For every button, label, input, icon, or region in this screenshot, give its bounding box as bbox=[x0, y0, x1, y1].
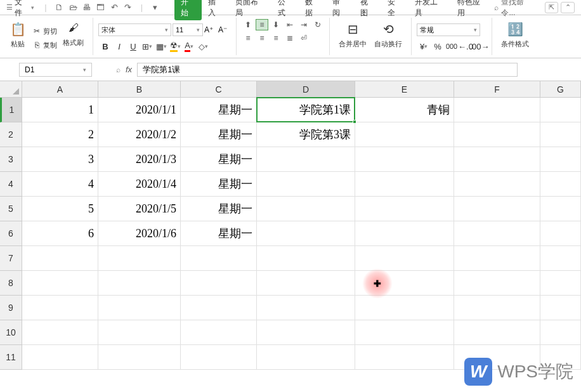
font-name-select[interactable]: 宋体▾ bbox=[98, 23, 171, 36]
col-head-C[interactable]: C bbox=[181, 81, 257, 98]
col-head-E[interactable]: E bbox=[355, 81, 454, 98]
tab-special[interactable]: 特色应用 bbox=[451, 0, 493, 20]
row-head-6[interactable]: 6 bbox=[0, 221, 22, 246]
cell-C3[interactable]: 星期一 bbox=[181, 147, 257, 172]
file-menu[interactable]: ☰ 文件 ▾ bbox=[3, 0, 38, 18]
cell-D10[interactable] bbox=[257, 320, 355, 345]
cell-A11[interactable] bbox=[22, 345, 98, 370]
cell-F8[interactable] bbox=[454, 271, 540, 296]
row-head-2[interactable]: 2 bbox=[0, 122, 22, 147]
indent-increase-button[interactable]: ⇥ bbox=[297, 19, 310, 30]
cell-C7[interactable] bbox=[181, 246, 257, 271]
col-head-D[interactable]: D bbox=[257, 81, 355, 98]
row-head-3[interactable]: 3 bbox=[0, 147, 22, 172]
cell-A2[interactable]: 2 bbox=[22, 122, 98, 147]
preview-icon[interactable]: 🗔 bbox=[95, 1, 107, 14]
cell-F4[interactable] bbox=[454, 172, 540, 197]
cell-B6[interactable]: 2020/1/6 bbox=[98, 221, 181, 246]
format-painter-button[interactable]: 🖌 格式刷 bbox=[59, 19, 88, 49]
cell-G9[interactable] bbox=[540, 296, 581, 320]
cell-E6[interactable] bbox=[355, 221, 454, 246]
cell-F3[interactable] bbox=[454, 147, 540, 172]
cell-D9[interactable] bbox=[257, 296, 355, 320]
cell-C1[interactable]: 星期一 bbox=[181, 98, 257, 122]
decrease-font-button[interactable]: A⁻ bbox=[218, 25, 231, 34]
underline-button[interactable]: U bbox=[126, 40, 140, 53]
open-icon[interactable]: 🗁 bbox=[67, 1, 79, 14]
cell-B10[interactable] bbox=[98, 320, 181, 345]
cell-E4[interactable] bbox=[355, 172, 454, 197]
tab-view[interactable]: 视图 bbox=[354, 0, 381, 20]
clear-format-button[interactable]: ◇▾ bbox=[196, 40, 210, 53]
cell-B11[interactable] bbox=[98, 345, 181, 370]
redo-icon[interactable]: ↷ bbox=[122, 1, 134, 14]
cell-G3[interactable] bbox=[540, 147, 581, 172]
cell-F2[interactable] bbox=[454, 122, 540, 147]
cell-B8[interactable] bbox=[98, 271, 181, 296]
cell-D3[interactable] bbox=[257, 147, 355, 172]
currency-button[interactable]: ¥▾ bbox=[417, 40, 431, 53]
copy-button[interactable]: ⎘复制 bbox=[30, 39, 59, 51]
cell-G1[interactable] bbox=[540, 98, 581, 122]
cell-G7[interactable] bbox=[540, 246, 581, 271]
cell-B7[interactable] bbox=[98, 246, 181, 271]
fx-lookup-icon[interactable]: ⌕ bbox=[116, 65, 121, 74]
col-head-G[interactable]: G bbox=[540, 81, 581, 98]
row-head-4[interactable]: 4 bbox=[0, 172, 22, 197]
cell-G10[interactable] bbox=[540, 320, 581, 345]
row-head-1[interactable]: 1 bbox=[0, 98, 22, 122]
cell-C9[interactable] bbox=[181, 296, 257, 320]
wrap-text-big-button[interactable]: ⟲ 自动换行 bbox=[370, 19, 406, 50]
share-icon[interactable]: ⇱ bbox=[545, 2, 559, 13]
cell-E10[interactable] bbox=[355, 320, 454, 345]
font-color-button[interactable]: A▾ bbox=[182, 40, 196, 53]
comma-button[interactable]: 000 bbox=[445, 40, 459, 53]
cell-C6[interactable]: 星期一 bbox=[181, 221, 257, 246]
increase-font-button[interactable]: A⁺ bbox=[204, 25, 217, 34]
tab-insert[interactable]: 插入 bbox=[202, 0, 229, 20]
row-head-7[interactable]: 7 bbox=[0, 246, 22, 271]
cell-F10[interactable] bbox=[454, 320, 540, 345]
cell-B1[interactable]: 2020/1/1 bbox=[98, 98, 181, 122]
align-middle-button[interactable]: ≡ bbox=[256, 19, 268, 30]
collapse-icon[interactable]: ⌃ bbox=[561, 2, 575, 13]
cell-B9[interactable] bbox=[98, 296, 181, 320]
border-button[interactable]: ⊞▾ bbox=[140, 40, 154, 53]
cell-A9[interactable] bbox=[22, 296, 98, 320]
percent-button[interactable]: % bbox=[431, 40, 445, 53]
cell-G2[interactable] bbox=[540, 122, 581, 147]
cell-C8[interactable] bbox=[181, 271, 257, 296]
cell-G6[interactable] bbox=[540, 221, 581, 246]
select-all-corner[interactable] bbox=[0, 81, 22, 98]
cell-G4[interactable] bbox=[540, 172, 581, 197]
indent-decrease-button[interactable]: ⇤ bbox=[284, 19, 296, 30]
search-area[interactable]: ⌕ 查找命令... ⇱ ⌃ bbox=[494, 0, 578, 18]
row-head-11[interactable]: 11 bbox=[0, 345, 22, 370]
wrap-text-button[interactable]: ⏎ bbox=[297, 32, 310, 44]
tab-security[interactable]: 安全 bbox=[381, 0, 408, 20]
decrease-decimal-button[interactable]: .00→ bbox=[473, 40, 486, 53]
print-icon[interactable]: 🖶 bbox=[81, 1, 93, 14]
conditional-format-button[interactable]: 🔢 条件格式 bbox=[497, 19, 533, 50]
cell-E9[interactable] bbox=[355, 296, 454, 320]
new-icon[interactable]: 🗋 bbox=[53, 1, 66, 14]
cell-D8[interactable] bbox=[257, 271, 355, 296]
cell-D5[interactable] bbox=[257, 197, 355, 221]
cell-E1[interactable]: 青铜 bbox=[355, 98, 454, 122]
tab-page-layout[interactable]: 页面布局 bbox=[229, 0, 271, 20]
cell-F7[interactable] bbox=[454, 246, 540, 271]
cell-A10[interactable] bbox=[22, 320, 98, 345]
cell-C11[interactable] bbox=[181, 345, 257, 370]
row-head-5[interactable]: 5 bbox=[0, 197, 22, 221]
cell-C4[interactable]: 星期一 bbox=[181, 172, 257, 197]
name-box[interactable]: D1 ▾ bbox=[19, 63, 92, 77]
cell-E11[interactable] bbox=[355, 345, 454, 370]
tab-dev-tools[interactable]: 开发工具 bbox=[408, 0, 451, 20]
col-head-A[interactable]: A bbox=[22, 81, 98, 98]
paste-button[interactable]: 📋 粘贴 bbox=[5, 19, 30, 50]
row-head-10[interactable]: 10 bbox=[0, 320, 22, 345]
col-head-B[interactable]: B bbox=[98, 81, 181, 98]
fill-handle[interactable] bbox=[353, 120, 356, 124]
merge-center-button[interactable]: ⊟ 合并居中 bbox=[335, 19, 370, 50]
align-right-button[interactable]: ≡ bbox=[270, 32, 282, 44]
